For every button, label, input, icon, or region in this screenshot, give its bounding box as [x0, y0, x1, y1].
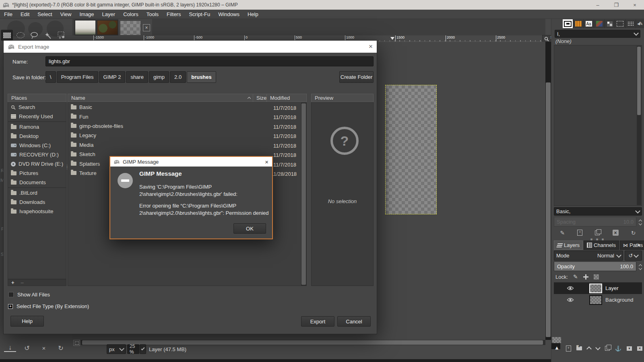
path-program-files-button[interactable]: Program Files [57, 71, 98, 83]
show-all-files-checkbox[interactable] [8, 292, 14, 297]
dialog-close-icon[interactable]: × [265, 158, 268, 165]
place-windows-c[interactable]: Windows (C:) [8, 141, 66, 150]
spin-down-icon[interactable] [639, 222, 642, 225]
path-share-button[interactable]: share [126, 71, 148, 83]
spin-down-icon[interactable] [639, 266, 642, 269]
quick-mask-toggle[interactable] [73, 340, 80, 346]
delete-tool-preset-icon[interactable]: × [38, 345, 50, 352]
merge-layer-icon[interactable]: ▾ [627, 346, 632, 351]
lock-pixels-icon[interactable]: ✎ [573, 274, 578, 280]
brush-name-dropdown[interactable]: Basic, [554, 207, 642, 216]
menu-tools[interactable]: Tools [142, 11, 163, 17]
new-layer-icon[interactable]: + [566, 346, 571, 352]
place-pictures[interactable]: Pictures [8, 169, 66, 178]
place-recently-used[interactable]: Recently Used [8, 112, 66, 121]
image-tab-active[interactable]: × [118, 19, 152, 35]
lock-alpha-icon[interactable] [594, 274, 599, 280]
duplicate-brush-icon[interactable] [595, 230, 600, 235]
edit-brush-icon[interactable]: ✎ [560, 230, 565, 236]
horizontal-scroll-thumb[interactable] [82, 340, 543, 345]
zoom-value-box[interactable]: 25 % [127, 344, 139, 354]
filename-input[interactable] [45, 56, 374, 66]
vertical-scrollbar[interactable] [545, 42, 551, 340]
save-tool-preset-icon[interactable]: ↓ [4, 345, 16, 352]
column-header-size[interactable]: Size [253, 94, 267, 102]
places-header[interactable]: Places [8, 94, 66, 102]
tab-close-icon[interactable]: × [143, 24, 150, 31]
new-group-icon[interactable]: + [576, 346, 582, 352]
message-dialog-titlebar[interactable]: GIMP Message × [110, 157, 272, 167]
file-scroll-thumb[interactable] [301, 103, 306, 285]
opacity-slider[interactable]: Opacity 100.0 [554, 261, 636, 271]
layer-name[interactable]: Layer [605, 285, 619, 291]
duplicate-layer-icon[interactable] [605, 346, 610, 351]
restore-tool-preset-icon[interactable]: ↺ [21, 344, 33, 352]
minimize-button[interactable]: – [588, 0, 607, 10]
tab-brushes[interactable] [563, 19, 573, 28]
place-documents[interactable]: Documents [8, 178, 66, 187]
layers-dock-collapse-icon[interactable]: ◀ [636, 241, 642, 249]
place-ivapehootsuite[interactable]: Ivapehootsuite [8, 207, 66, 216]
place-search[interactable]: Search [8, 103, 66, 112]
file-type-label[interactable]: Select File Type (By Extension) [17, 303, 89, 309]
add-place-button[interactable]: + [11, 280, 14, 286]
export-button[interactable]: Export [301, 316, 334, 327]
file-row-media[interactable]: Media [68, 140, 306, 150]
lock-position-icon[interactable] [583, 274, 588, 280]
path-gimp-button[interactable]: gimp [149, 71, 169, 83]
menu-file[interactable]: File [0, 11, 17, 17]
tab-clipboard[interactable] [605, 19, 615, 28]
close-button[interactable]: × [625, 0, 644, 10]
tab-channels[interactable]: Channels [584, 241, 619, 250]
layer-row-selected[interactable]: Layer [554, 282, 642, 294]
unit-dropdown[interactable]: px [107, 344, 126, 354]
tab-gradients[interactable] [594, 19, 605, 28]
place-recovery-d[interactable]: RECOVERY (D:) [8, 150, 66, 159]
tab-patterns[interactable] [573, 19, 584, 28]
tool-rectangle-select[interactable] [1, 30, 13, 41]
column-header-name[interactable]: Name [68, 94, 253, 102]
ok-button[interactable]: OK [233, 223, 266, 234]
spacing-slider[interactable]: Spacing 10.0 [554, 217, 636, 226]
lower-layer-icon[interactable] [595, 345, 601, 350]
show-all-files-label[interactable]: Show All Files [17, 292, 50, 298]
brush-list[interactable] [554, 45, 642, 206]
menu-layer[interactable]: Layer [98, 11, 120, 17]
path-gimp2-button[interactable]: GIMP 2 [99, 71, 126, 83]
help-button[interactable]: Help [10, 316, 44, 327]
menu-help[interactable]: Help [244, 11, 262, 17]
menu-image[interactable]: Image [75, 11, 98, 17]
new-brush-icon[interactable]: + [577, 230, 582, 236]
opacity-spinner[interactable] [639, 262, 642, 270]
place-desktop[interactable]: Desktop [8, 132, 66, 141]
tool-free-select[interactable] [28, 30, 40, 41]
file-row-legacy[interactable]: Legacy [68, 131, 306, 140]
reset-tool-options-icon[interactable]: ↻ [55, 344, 67, 352]
refresh-brushes-icon[interactable]: ↻ [631, 230, 636, 236]
dock-collapse-icon[interactable]: ◀ [636, 20, 642, 27]
eye-icon[interactable] [567, 286, 574, 291]
file-row-fun[interactable]: Fun [68, 112, 306, 121]
tool-select-by-color[interactable] [56, 30, 68, 41]
path-brushes-button[interactable]: brushes [187, 71, 216, 83]
place-downloads[interactable]: Downloads [8, 197, 66, 207]
remove-place-button[interactable]: – [21, 280, 24, 286]
delete-layer-icon[interactable]: × [637, 346, 642, 351]
file-row-gimp-obsolete[interactable]: gimp-obsolete-files [68, 121, 306, 131]
horizontal-scrollbar[interactable] [80, 340, 545, 345]
restore-button[interactable]: ❐ [607, 0, 625, 10]
file-type-expander-icon[interactable]: + [8, 304, 13, 309]
place-ramona[interactable]: Ramona [8, 122, 66, 132]
titlebar[interactable]: *[lights] (exported)-7.0 (RGB color 8-bi… [0, 0, 644, 10]
column-header-modified[interactable]: Modified [267, 94, 307, 102]
vertical-scroll-thumb[interactable] [546, 82, 551, 337]
image-tab-2[interactable] [97, 20, 118, 35]
layer-thumbnail[interactable] [589, 295, 602, 305]
file-row-basic[interactable]: Basic [68, 103, 306, 112]
tab-fonts[interactable]: Aa [584, 19, 594, 28]
tool-ellipse-select[interactable] [14, 30, 27, 41]
menu-filters[interactable]: Filters [163, 11, 185, 17]
spacing-spinner[interactable] [639, 218, 642, 226]
brush-list-scrollbar[interactable] [637, 46, 641, 205]
path-20-button[interactable]: 2.0 [170, 71, 186, 83]
